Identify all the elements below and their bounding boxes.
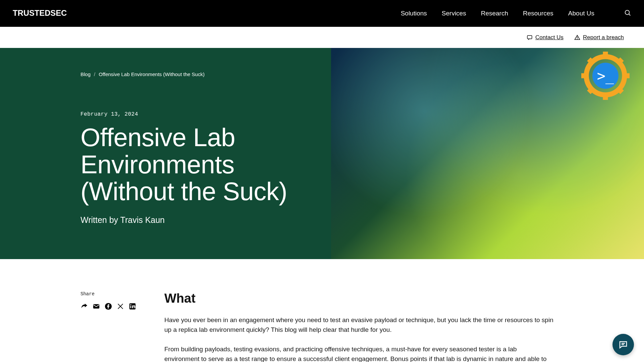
svg-text:TRUSTEDSEC: TRUSTEDSEC [13, 9, 67, 17]
nav-resources[interactable]: Resources [523, 10, 553, 17]
svg-line-12 [589, 59, 593, 63]
article-content: What Have you ever been in an engagement… [164, 291, 553, 362]
chat-icon [527, 35, 533, 41]
svg-line-2 [629, 14, 630, 15]
svg-point-6 [577, 39, 578, 39]
share-column: Share [80, 291, 138, 362]
post-byline: Written by Travis Kaun [80, 215, 311, 225]
share-linkedin-button[interactable] [129, 303, 136, 310]
chat-bubble-icon [618, 340, 628, 350]
gear-badge-icon: >_ [580, 51, 631, 101]
share-facebook-button[interactable] [105, 303, 112, 310]
breadcrumb: Blog / Offensive Lab Environments (Witho… [80, 71, 311, 77]
hero-image: >_ [331, 48, 644, 259]
share-x-button[interactable] [117, 303, 124, 310]
breadcrumb-current: Offensive Lab Environments (Without the … [99, 71, 205, 77]
article-paragraph: From building payloads, testing evasions… [164, 344, 553, 362]
facebook-icon [105, 303, 112, 310]
contact-us-link[interactable]: Contact Us [527, 34, 564, 41]
nav-research[interactable]: Research [481, 10, 508, 17]
report-breach-link[interactable]: Report a breach [574, 34, 624, 41]
svg-rect-21 [130, 305, 131, 308]
report-breach-label: Report a breach [583, 34, 624, 41]
sub-nav: Contact Us Report a breach [0, 27, 644, 48]
svg-text:>_: >_ [597, 68, 614, 84]
share-icons [80, 303, 138, 310]
article-paragraph: Have you ever been in an engagement wher… [164, 315, 553, 335]
hero: Blog / Offensive Lab Environments (Witho… [0, 48, 644, 259]
svg-point-1 [625, 10, 630, 15]
article-body: Share What Have you ever been in an enga… [0, 259, 644, 362]
svg-line-15 [589, 88, 593, 93]
email-icon [93, 303, 100, 310]
primary-nav: Solutions Services Research Resources Ab… [401, 9, 631, 18]
brand-logo[interactable]: TRUSTEDSEC [13, 9, 93, 18]
post-title: Offensive Lab Environments (Without the … [80, 124, 311, 205]
trustedsec-logo-icon: TRUSTEDSEC [13, 9, 93, 18]
share-email-button[interactable] [93, 303, 100, 310]
breadcrumb-separator: / [94, 71, 95, 77]
nav-about[interactable]: About Us [568, 10, 594, 17]
svg-point-22 [130, 304, 131, 305]
share-native-button[interactable] [80, 303, 88, 310]
svg-rect-3 [527, 36, 532, 39]
search-button[interactable] [624, 9, 631, 18]
search-icon [624, 9, 631, 16]
linkedin-icon [129, 303, 136, 310]
svg-line-13 [618, 88, 622, 93]
contact-us-label: Contact Us [535, 34, 564, 41]
section-heading-what: What [164, 291, 553, 306]
share-label: Share [80, 291, 138, 297]
chat-widget-button[interactable] [612, 334, 634, 355]
post-date: February 13, 2024 [80, 111, 311, 117]
top-nav: TRUSTEDSEC Solutions Services Research R… [0, 0, 644, 27]
share-arrow-icon [80, 303, 88, 310]
nav-services[interactable]: Services [442, 10, 466, 17]
svg-line-14 [618, 59, 622, 63]
x-twitter-icon [117, 303, 124, 310]
breadcrumb-root[interactable]: Blog [80, 71, 91, 77]
hero-text-panel: Blog / Offensive Lab Environments (Witho… [0, 48, 331, 259]
alert-icon [574, 35, 580, 41]
nav-solutions[interactable]: Solutions [401, 10, 427, 17]
